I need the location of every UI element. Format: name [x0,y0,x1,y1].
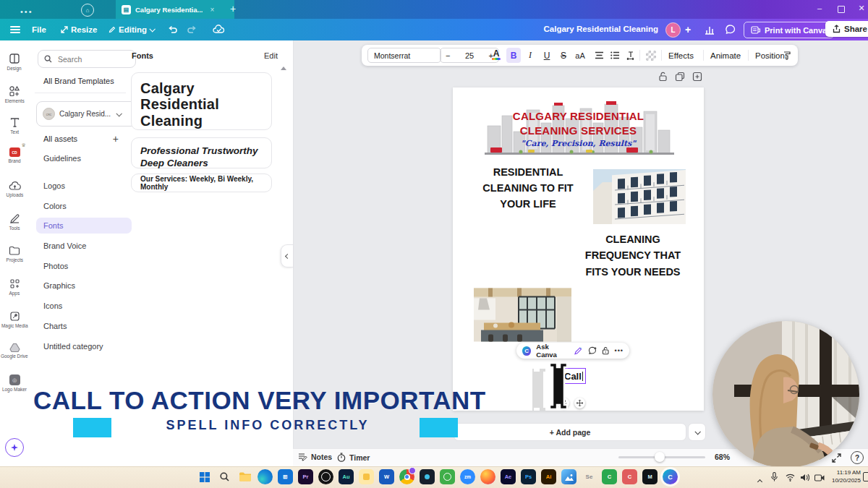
taskbar-illustrator[interactable]: Ai [541,469,556,484]
taskbar-edge[interactable] [258,469,273,484]
format-painter-button[interactable] [780,48,794,63]
insights-button[interactable] [705,23,715,36]
add-member-button[interactable]: + [685,23,691,36]
bold-button[interactable]: B [506,48,521,63]
lock-icon[interactable] [602,346,609,355]
taskbar-firefox[interactable] [480,469,495,484]
zoom-slider-knob[interactable] [655,452,665,462]
transparency-button[interactable] [644,48,658,63]
sidebar-item-apps[interactable]: Apps [0,278,29,296]
share-button[interactable]: Share [825,21,868,37]
sidebar-item-projects[interactable]: Projects [0,246,29,262]
design-tagline[interactable]: "Care, Precision, Results" [469,139,688,148]
taskbar-zoom[interactable]: zm [460,469,475,484]
browser-menu-icon[interactable]: ••• [20,7,33,16]
alignment-button[interactable] [592,48,606,63]
brand-nav-charts[interactable]: Charts [36,318,132,334]
kitchen-photo[interactable] [474,288,571,342]
brand-nav-fonts[interactable]: Fonts [36,218,132,234]
font-sample-heading[interactable]: Calgary Residential Cleaning [131,72,272,130]
spacing-button[interactable] [623,48,637,63]
font-size-value[interactable]: 25 [465,51,474,60]
animate-button[interactable]: Animate [710,48,741,63]
add-page-button[interactable]: + Add page [454,423,686,441]
design-section2-text[interactable]: CLEANING FREQUENCY THAT FITS YOUR NEEDS [574,231,692,280]
sidebar-item-design[interactable]: Design [0,53,29,71]
timer-button[interactable]: Timer [337,453,370,462]
editing-mode-dropdown[interactable]: Editing [109,23,154,36]
taskbar-word[interactable]: W [379,469,394,484]
taskbar-camtasia[interactable]: C [602,469,617,484]
brand-nav-guidelines[interactable]: Guidelines [36,150,132,166]
tray-wifi-icon[interactable] [786,471,795,484]
main-menu-icon[interactable] [10,26,20,33]
sidebar-item-brand[interactable]: ♛ CD Brand [0,147,29,163]
unlock-icon[interactable] [658,72,668,82]
window-minimize-button[interactable]: – [814,4,825,12]
brand-nav-graphics[interactable]: Graphics [36,278,132,294]
magic-edit-icon[interactable] [574,346,582,355]
more-options-icon[interactable]: ••• [615,347,624,354]
move-handle[interactable] [574,398,585,408]
zoom-percent[interactable]: 68% [715,453,730,461]
fonts-edit-link[interactable]: Edit [264,51,278,60]
sidebar-item-elements[interactable]: Elements [0,85,29,103]
taskbar-audition[interactable]: Au [339,469,354,484]
add-page-icon[interactable] [692,72,702,82]
brand-nav-untitled-category[interactable]: Untitled category [36,338,132,354]
tray-clock[interactable]: 11:19 AM 10/20/2025 [823,469,861,485]
taskbar-green-app[interactable] [440,469,455,484]
brand-nav-logos[interactable]: Logos [36,178,132,194]
design-section1-text[interactable]: RESIDENTIAL CLEANING TO FIT YOUR LIFE [470,165,586,212]
sidebar-item-tools[interactable]: Tools [0,213,29,231]
taskbar-search-button[interactable] [217,469,232,484]
design-page[interactable]: CALGARY RESIDENTIAL CLEANING SERVICES "C… [453,87,704,411]
add-page-dropdown[interactable] [688,423,706,441]
underline-button[interactable]: U [540,48,554,63]
taskbar-start-button[interactable] [197,469,212,484]
taskbar-photoshop[interactable]: Ps [521,469,536,484]
browser-tab[interactable]: ▤ Calgary Residentia... × [116,0,234,19]
brand-nav-colors[interactable]: Colors [36,198,132,214]
new-tab-button[interactable]: + [230,3,236,14]
undo-button[interactable] [168,23,178,36]
apartment-building-photo[interactable] [593,169,686,224]
window-close-button[interactable]: ✕ [856,4,867,13]
search-box[interactable] [38,50,136,68]
brand-nav-photos[interactable]: Photos [36,258,132,274]
tab-close-icon[interactable]: × [210,6,214,14]
tray-notification-icon[interactable] [863,472,868,481]
tray-volume-icon[interactable] [800,471,809,484]
text-case-button[interactable]: aA [573,48,587,63]
font-size-decrease[interactable]: − [446,51,450,60]
taskbar-obs[interactable] [318,469,333,484]
taskbar-clipchamp[interactable]: C [622,469,637,484]
add-asset-button[interactable]: + [113,133,119,145]
redo-button[interactable] [187,23,197,36]
sidebar-item-uploads[interactable]: Uploads [0,181,29,197]
sidebar-item-google-drive[interactable]: Google Drive [0,343,29,359]
scroll-up-arrow[interactable] [281,67,286,70]
taskbar-premiere-pro[interactable]: Pr [298,469,313,484]
rotate-handle[interactable] [558,398,569,408]
duplicate-page-icon[interactable] [675,72,685,82]
call-text-element[interactable]: Call [561,368,586,384]
taskbar-photos[interactable] [561,469,576,484]
file-menu[interactable]: File [32,23,46,36]
save-status-button[interactable] [213,23,225,36]
assistant-sparkle-button[interactable] [5,438,24,457]
taskbar-microsoft-store[interactable]: ⊞ [278,469,293,484]
brand-nav-brand-voice[interactable]: Brand Voice [36,238,132,254]
effects-button[interactable]: Effects [668,48,694,63]
user-avatar[interactable]: L [665,22,681,38]
strikethrough-button[interactable]: S [556,48,571,63]
notes-button[interactable]: Notes [298,453,332,461]
taskbar-dark-app[interactable] [420,469,435,484]
sidebar-item-text[interactable]: Text [0,117,29,134]
taskbar-chrome[interactable] [399,469,414,484]
text-color-button[interactable]: A [489,48,503,63]
sidebar-item-magic-media[interactable]: Magic Media [0,311,29,328]
panel-collapse-button[interactable] [281,244,293,267]
tray-mic-icon[interactable] [771,471,778,484]
taskbar-file-explorer[interactable] [237,469,252,484]
